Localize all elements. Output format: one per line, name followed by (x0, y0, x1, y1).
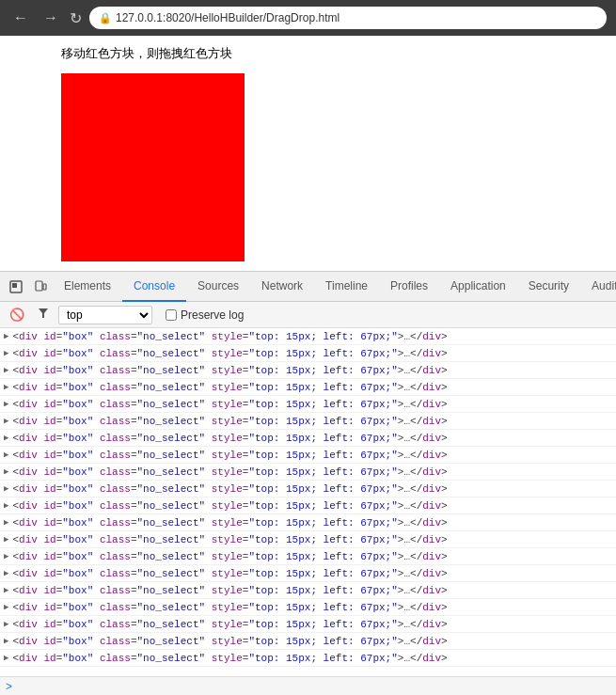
expand-arrow[interactable]: ▶ (4, 585, 8, 595)
preserve-log-label[interactable]: Preserve log (166, 308, 244, 322)
table-row: ▶ <div id="box" class="no_select" style=… (0, 582, 616, 599)
forward-button[interactable]: → (39, 8, 62, 28)
table-row: ▶ <div id="box" class="no_select" style=… (0, 565, 616, 582)
code-text: <div id="box" class="no_select" style="t… (12, 500, 447, 512)
code-text: <div id="box" class="no_select" style="t… (12, 636, 447, 647)
expand-arrow[interactable]: ▶ (4, 534, 8, 545)
code-text: <div id="box" class="no_select" style="t… (12, 551, 447, 562)
tab-sources[interactable]: Sources (186, 272, 250, 302)
tab-timeline[interactable]: Timeline (314, 272, 379, 302)
browser-chrome: ← → ↻ 🔒 127.0.0.1:8020/HelloHBuilder/Dra… (0, 0, 616, 36)
code-text: <div id="box" class="no_select" style="t… (12, 466, 447, 478)
console-prompt-icon: > (6, 680, 12, 693)
code-text: <div id="box" class="no_select" style="t… (12, 348, 447, 359)
code-text: <div id="box" class="no_select" style="t… (12, 331, 447, 342)
clear-console-button[interactable]: 🚫 (6, 306, 28, 324)
code-text: <div id="box" class="no_select" style="t… (12, 365, 447, 376)
svg-rect-2 (36, 281, 42, 291)
table-row: ▶ <div id="box" class="no_select" style=… (0, 650, 616, 667)
code-text: <div id="box" class="no_select" style="t… (12, 450, 447, 461)
expand-arrow[interactable]: ▶ (4, 399, 8, 409)
code-text: <div id="box" class="no_select" style="t… (12, 619, 447, 630)
table-row: ▶ <div id="box" class="no_select" style=… (0, 413, 616, 430)
table-row: ▶ <div id="box" class="no_select" style=… (0, 447, 616, 464)
table-row: ▶ <div id="box" class="no_select" style=… (0, 328, 616, 345)
tab-security[interactable]: Security (517, 272, 580, 302)
code-text: <div id="box" class="no_select" style="t… (12, 399, 447, 410)
expand-arrow[interactable]: ▶ (4, 551, 8, 561)
code-text: <div id="box" class="no_select" style="t… (12, 433, 447, 444)
code-text: <div id="box" class="no_select" style="t… (12, 382, 447, 393)
tab-application[interactable]: Application (439, 272, 517, 302)
context-selector[interactable]: top (58, 306, 152, 324)
reload-button[interactable]: ↻ (70, 9, 82, 27)
tab-profiles[interactable]: Profiles (379, 272, 439, 302)
code-text: <div id="box" class="no_select" style="t… (12, 517, 447, 529)
expand-arrow[interactable]: ▶ (4, 500, 8, 511)
expand-arrow[interactable]: ▶ (4, 466, 8, 477)
expand-arrow[interactable]: ▶ (4, 450, 8, 460)
code-text: <div id="box" class="no_select" style="t… (12, 416, 447, 427)
expand-arrow[interactable]: ▶ (4, 636, 8, 646)
preserve-log-checkbox[interactable] (166, 309, 177, 321)
address-bar[interactable]: 🔒 127.0.0.1:8020/HelloHBuilder/DragDrop.… (89, 7, 607, 29)
url-text: 127.0.0.1:8020/HelloHBuilder/DragDrop.ht… (116, 11, 340, 24)
code-text: <div id="box" class="no_select" style="t… (12, 653, 447, 664)
tab-elements[interactable]: Elements (53, 272, 122, 302)
expand-arrow[interactable]: ▶ (4, 602, 8, 612)
table-row: ▶ <div id="box" class="no_select" style=… (0, 599, 616, 616)
code-text: <div id="box" class="no_select" style="t… (12, 568, 447, 579)
expand-arrow[interactable]: ▶ (4, 568, 8, 578)
expand-arrow[interactable]: ▶ (4, 416, 8, 426)
expand-arrow[interactable]: ▶ (4, 348, 8, 358)
table-row: ▶ <div id="box" class="no_select" style=… (0, 379, 616, 396)
table-row: ▶ <div id="box" class="no_select" style=… (0, 514, 616, 531)
code-text: <div id="box" class="no_select" style="t… (12, 534, 447, 545)
expand-arrow[interactable]: ▶ (4, 653, 8, 663)
table-row: ▶ <div id="box" class="no_select" style=… (0, 396, 616, 413)
expand-arrow[interactable]: ▶ (4, 517, 8, 528)
table-row: ▶ <div id="box" class="no_select" style=… (0, 498, 616, 514)
svg-rect-1 (12, 283, 17, 288)
tab-audits[interactable]: Audits (580, 272, 616, 302)
console-toolbar: 🚫 top Preserve log (0, 302, 616, 328)
device-toolbar-button[interactable] (28, 276, 53, 297)
table-row: ▶ <div id="box" class="no_select" style=… (0, 633, 616, 650)
back-button[interactable]: ← (9, 8, 32, 28)
console-content[interactable]: ▶ <div id="box" class="no_select" style=… (0, 328, 616, 676)
table-row: ▶ <div id="box" class="no_select" style=… (0, 362, 616, 379)
code-text: <div id="box" class="no_select" style="t… (12, 602, 447, 613)
table-row: ▶ <div id="box" class="no_select" style=… (0, 531, 616, 548)
lock-icon: 🔒 (99, 12, 112, 24)
code-text: <div id="box" class="no_select" style="t… (12, 585, 447, 596)
expand-arrow[interactable]: ▶ (4, 365, 8, 375)
devtools-panel: Elements Console Sources Network Timelin… (0, 271, 616, 695)
expand-arrow[interactable]: ▶ (4, 619, 8, 629)
devtools-tab-bar: Elements Console Sources Network Timelin… (0, 272, 616, 302)
svg-marker-4 (39, 308, 48, 318)
drag-instruction: 移动红色方块，则拖拽红色方块 (61, 45, 249, 62)
table-row: ▶ <div id="box" class="no_select" style=… (0, 430, 616, 447)
page-content: 移动红色方块，则拖拽红色方块 (0, 36, 616, 271)
inspect-element-button[interactable] (4, 276, 28, 297)
red-draggable-box[interactable] (61, 73, 245, 261)
table-row: ▶ <div id="box" class="no_select" style=… (0, 616, 616, 633)
filter-icon-button[interactable] (34, 306, 53, 324)
tab-console[interactable]: Console (122, 272, 186, 302)
console-input-bar[interactable]: > (0, 676, 616, 695)
expand-arrow[interactable]: ▶ (4, 483, 8, 494)
expand-arrow[interactable]: ▶ (4, 382, 8, 392)
table-row: ▶ <div id="box" class="no_select" style=… (0, 345, 616, 362)
expand-arrow[interactable]: ▶ (4, 433, 8, 443)
expand-arrow[interactable]: ▶ (4, 331, 8, 341)
tab-network[interactable]: Network (250, 272, 314, 302)
code-text: <div id="box" class="no_select" style="t… (12, 483, 447, 495)
preserve-log-text: Preserve log (181, 308, 244, 322)
table-row: ▶ <div id="box" class="no_select" style=… (0, 548, 616, 565)
table-row: ▶ <div id="box" class="no_select" style=… (0, 481, 616, 498)
table-row: ▶ <div id="box" class="no_select" style=… (0, 464, 616, 481)
svg-rect-3 (43, 284, 46, 290)
